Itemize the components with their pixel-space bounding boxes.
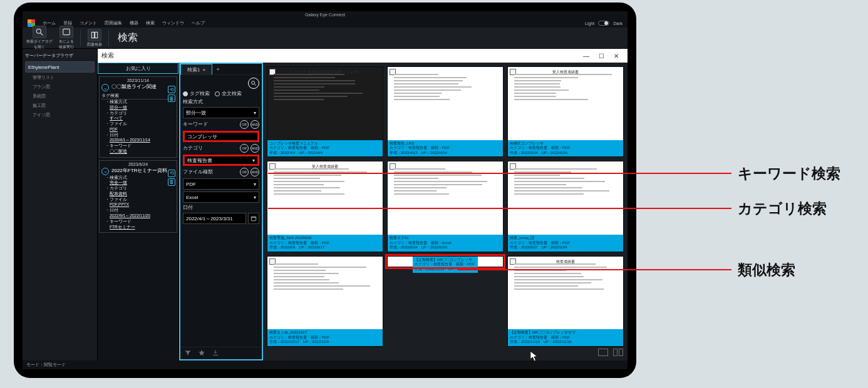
search-mode-radios[interactable]: タグ検索 全文検索	[183, 91, 259, 97]
result-card[interactable]: 検査まとめ_20221017カテゴリ：検査報告書 種類：PDF作成：2022/1…	[267, 256, 383, 347]
date-input[interactable]: 2022/4/1～2023/3/31	[183, 213, 246, 224]
star-icon[interactable]	[198, 349, 205, 358]
keyword-input[interactable]: コンプレッサ	[183, 131, 259, 142]
search-form: 検索1 × ＋ タグ検索 全文検索 検索方式 部	[179, 63, 263, 360]
menu-search[interactable]: 検索	[146, 20, 155, 26]
favorite-section: タグ検索	[101, 93, 175, 100]
tree-child[interactable]: 管理リスト	[25, 73, 95, 82]
chevron-down-icon[interactable]: ⌄	[101, 84, 109, 91]
callout-similar: 類似検索	[738, 260, 795, 280]
result-meta: 検査報告_OK5カテゴリ：検査報告書 種類：PDF作成：2022/4/13 UP…	[388, 140, 503, 157]
maximize-button[interactable]: ☐	[594, 49, 609, 63]
server-browser-header: サーバーデータブラウザ	[25, 53, 95, 59]
favorites-column: お気に入り 2023/11/14 ⌄ 〇〇製造ライン関連 ⟲ 🗑	[98, 63, 179, 360]
app-title: Galaxy Eye Connect	[23, 11, 628, 19]
method-select[interactable]: 部分一致▾	[183, 107, 259, 118]
label-method: 検索方式	[183, 99, 203, 105]
favorite-card[interactable]: 2023/11/14 ⌄ 〇〇製造ライン関連 ⟲ 🗑 タグ検索	[99, 76, 177, 158]
tree-child[interactable]: 系統図	[25, 92, 95, 101]
result-meta: 検査実施_06/9 20220609カテゴリ：検査報告書 種類：PDF作成：20…	[267, 235, 383, 252]
logic-or[interactable]: OR	[240, 120, 249, 129]
add-tab-button[interactable]: ＋	[212, 64, 224, 74]
menu-window[interactable]: ウィンドウ	[162, 20, 184, 26]
favorite-date: 2023/11/14	[101, 78, 175, 83]
result-card[interactable]: 受入検査成績書点検区コンプレッサカテゴリ：検査報告書 種類：PDF作成：2022…	[507, 66, 624, 157]
category-select[interactable]: 検査報告書▾	[183, 155, 259, 166]
tree-child[interactable]: プラン図	[25, 83, 95, 91]
calendar-icon[interactable]	[248, 213, 259, 224]
delete-icon[interactable]: 🗑	[168, 94, 175, 102]
logic-and[interactable]: AND	[251, 120, 259, 129]
refresh-icon[interactable]: ⟲	[168, 86, 175, 93]
menu-device[interactable]: 機器	[130, 20, 138, 26]
delete-icon[interactable]: 🗑	[168, 178, 175, 186]
radio-fulltext[interactable]	[215, 91, 220, 96]
screen: Galaxy Eye Connect ホーム 登録 コメント 図面編集 機器 検…	[23, 11, 628, 369]
favorite-title: 〇〇製造ライン関連	[111, 84, 175, 90]
dialog-titlebar: 検索 ― ☐ ✕	[98, 49, 628, 63]
logic-or[interactable]: OR	[240, 168, 249, 176]
search-icon[interactable]	[248, 78, 259, 89]
theme-toggle[interactable]: Light Dark	[585, 21, 623, 26]
result-meta: 点検区コンプレッサカテゴリ：検査報告書 種類：PDF作成：2022/5/24 U…	[508, 140, 623, 157]
search-tab[interactable]: 検索1 ×	[180, 64, 212, 74]
filetype-select-2[interactable]: Excel▾	[183, 191, 259, 203]
filetype-select-1[interactable]: PDF▾	[183, 178, 259, 190]
logic-or[interactable]: OR	[240, 144, 249, 153]
callout-line	[268, 208, 731, 209]
list-view-button[interactable]	[597, 348, 609, 357]
chevron-down-icon[interactable]: ⌄	[101, 168, 109, 175]
result-card[interactable]: 検査ログ01カテゴリ：検査報告書 種類：Excel作成：2022/6/24 UP…	[387, 161, 504, 252]
close-tab-icon[interactable]: ×	[202, 67, 205, 73]
menu-drawing[interactable]: 図面編集	[105, 20, 122, 26]
menu-help[interactable]: ヘルプ	[192, 20, 205, 26]
svg-point-0	[36, 29, 41, 33]
grid-view-button[interactable]	[612, 348, 624, 357]
favorites-tab[interactable]: お気に入り	[98, 63, 178, 74]
results-footer	[267, 347, 624, 358]
label-category: カテゴリ	[183, 145, 203, 151]
logic-and[interactable]: AND	[251, 168, 259, 176]
tree-child[interactable]: 施工図	[25, 101, 95, 110]
callout-keyword: キーワード検索	[738, 164, 840, 183]
refresh-icon[interactable]: ⟲	[168, 170, 175, 177]
svg-point-3	[252, 81, 255, 84]
radio-tag[interactable]	[183, 91, 188, 96]
menu-comment[interactable]: コメント	[80, 20, 97, 26]
favorite-title: 2022年FTRセミナー資料	[111, 168, 175, 174]
svg-line-1	[41, 33, 43, 36]
label-keyword: キーワード	[183, 121, 208, 128]
result-card[interactable]: 受入検査成績書検査実施_06/9 20220609カテゴリ：検査報告書 種類：P…	[267, 161, 383, 252]
logic-and[interactable]: AND	[251, 144, 259, 153]
callout-category: カテゴリ検索	[738, 199, 827, 218]
search-dialog: 検索 ― ☐ ✕ お気に入り 2023/11/14 ⌄ 〇〇製造ライン関連	[98, 49, 628, 360]
tree-root[interactable]: EthylenePlant	[25, 61, 95, 73]
results-panel: Tシリーズ 点検項目別 基本操作マニュアルコンプレッサ検査マニュアルカテゴリ：検…	[263, 63, 628, 360]
result-thumbnail	[388, 67, 503, 140]
main-area: サーバーデータブラウザ EthylenePlant 管理リスト プラン図 系統図…	[23, 49, 628, 360]
result-meta: 【定期検査】NR〇〇コンプレッサカテゴリ：検査報告書 種類：PDF作成：2022…	[413, 257, 478, 273]
result-card[interactable]: 検査成績書【定期検査】NR〇〇コンプレッサカテゴリ：検査報告書 種類：PDF作成…	[387, 256, 504, 267]
result-card[interactable]: 検査報告_OK5カテゴリ：検査報告書 種類：PDF作成：2022/4/13 UP…	[387, 66, 504, 157]
svg-rect-5	[251, 217, 256, 221]
theme-light-label: Light	[585, 21, 594, 26]
dialog-title: 検索	[101, 51, 579, 60]
result-thumbnail: 受入検査成績書	[508, 67, 623, 140]
label-date: 日付	[183, 205, 193, 211]
filter-icon[interactable]	[184, 349, 192, 358]
result-card[interactable]: Tシリーズ 点検項目別 基本操作マニュアルコンプレッサ検査マニュアルカテゴリ：検…	[267, 66, 383, 157]
result-card[interactable]: 検査_comp_旧カテゴリ：検査報告書 種類：PDF作成：2022/9/27 U…	[507, 161, 624, 252]
download-icon[interactable]	[212, 349, 219, 358]
ribbon-library-search[interactable]: 図書検索	[87, 29, 102, 48]
tree-child[interactable]: アイソ図	[25, 111, 95, 120]
minimize-button[interactable]: ―	[579, 49, 594, 63]
ribbon-search-by-name[interactable]: 名による 検索実行	[59, 26, 74, 50]
close-button[interactable]: ✕	[609, 49, 624, 63]
ribbon-open-search[interactable]: 検索ダイアログ を開く	[26, 26, 53, 50]
callout-line	[457, 269, 731, 270]
favorite-card[interactable]: 2023/6/24 ⌄ 2022年FTRセミナー資料 ⟲ 🗑 ・検索方式 完全一…	[99, 160, 177, 233]
form-footer	[180, 347, 262, 359]
panel-title: 検索	[118, 31, 138, 44]
svg-line-4	[254, 84, 256, 86]
favorite-date: 2023/6/24	[101, 162, 175, 166]
